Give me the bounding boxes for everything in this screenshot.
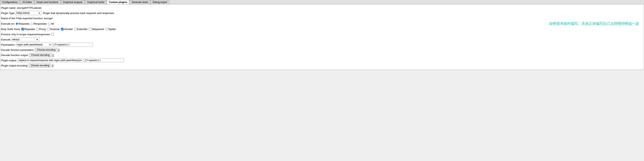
cb-repeater[interactable]: Repeater (21, 28, 35, 31)
plugin-type-label: Plugin Type (1, 12, 14, 15)
burp-tools-group: Repeater Proxy Scanner Intruder Extender… (21, 28, 116, 31)
plugin-output-encoding-row: Plugin output encoding: Choose encoding … (1, 63, 643, 68)
tab-debug-export[interactable]: Debug export (150, 0, 169, 4)
tab-generate-stubs[interactable]: Generate stubs (130, 0, 150, 4)
cb-extender-input[interactable] (74, 28, 77, 30)
plugin-output-encoding-btn[interactable]: Choose encoding (29, 63, 51, 67)
radio-all[interactable]: All (48, 22, 54, 25)
tab-bar: Configurations JS Editor Hooks and funct… (0, 0, 644, 5)
parameters-regex-input[interactable] (53, 43, 93, 47)
plugin-type-desc: Plugin that dynamically process each req… (43, 12, 114, 15)
tab-hooks-functions[interactable]: Hooks and functions (34, 0, 60, 4)
plugin-output-arrow-icon: ▼ (80, 59, 82, 61)
decode-output-row: Decode function output: Choose decoding … (1, 53, 643, 57)
parameters-arrow-icon: ▼ (49, 44, 51, 46)
encode-function-label: Encode function parameters: (1, 48, 34, 51)
radio-requests-label: Requests (18, 22, 30, 25)
cb-scanner-input[interactable] (47, 28, 50, 30)
burp-tools-label: Burp Suite Tools: (1, 28, 20, 31)
cb-extender-label: Extender (77, 28, 88, 31)
cb-scanner-label: Scanner (50, 28, 60, 31)
execute-value: always (12, 38, 20, 41)
plugin-type-arrow-icon: ▼ (38, 12, 40, 14)
execute-arrow-icon: ▼ (36, 38, 38, 41)
plugin-output-encoding-label: Plugin output encoding: (1, 64, 28, 67)
process-inscope-label: Process only in-scope requests/responses… (1, 33, 50, 36)
cb-sequencer-input[interactable] (89, 28, 91, 30)
cb-repeater-input[interactable] (21, 28, 24, 30)
plugin-output-select[interactable]: replace in request/response with regex (… (18, 58, 83, 62)
plugin-output-value: replace in request/response with regex (… (19, 59, 80, 62)
plugin-type-selected: IHttpListener (16, 12, 30, 14)
parameters-select[interactable]: regex (with parenthesis) ▼ (16, 43, 52, 47)
cb-intruder[interactable]: Intruder (61, 28, 73, 31)
process-inscope-checkbox[interactable] (51, 33, 54, 36)
plugin-output-regex-input[interactable] (84, 58, 124, 62)
tab-configurations[interactable]: Configurations (0, 0, 20, 4)
cb-proxy-input[interactable] (36, 28, 39, 30)
tab-js-editor[interactable]: JS Editor (20, 0, 34, 4)
parameters-value: regex (with parenthesis) (17, 43, 42, 46)
cb-proxy[interactable]: Proxy (36, 28, 46, 31)
chinese-annotation: 加密请求插件编写。具体正则编写自己去哔哩哔哩搞一波 (549, 21, 639, 26)
radio-responses[interactable]: Responses (31, 22, 47, 25)
radio-all-input[interactable] (48, 22, 50, 25)
tab-custom-plugins[interactable]: Custom plugins (107, 0, 130, 4)
plugin-name-row: Plugin name: encryptHTTPListener (1, 6, 643, 10)
decode-output-bracket: [] (52, 54, 54, 57)
execute-on-group: Requests Responses All (16, 22, 54, 25)
execute-on-row: Execute on: Requests Responses All 加密请求插… (1, 21, 643, 26)
radio-requests[interactable]: Requests (16, 22, 30, 25)
parameters-row: Parameters: regex (with parenthesis) ▼ (1, 42, 643, 47)
burp-tools-row: Burp Suite Tools: Repeater Proxy Scanner… (1, 27, 643, 31)
execute-select[interactable]: always ▼ (11, 37, 39, 41)
cb-scanner[interactable]: Scanner (47, 28, 60, 31)
execute-row: Execute always ▼ (1, 37, 643, 42)
cb-sequencer[interactable]: Sequencer (89, 28, 104, 31)
radio-responses-label: Responses (34, 22, 47, 25)
cb-intruder-label: Intruder (64, 28, 73, 31)
decode-output-label: Decode function output: (1, 54, 28, 57)
execute-label: Execute (1, 38, 10, 41)
cb-proxy-label: Proxy (39, 28, 46, 31)
parameters-label: Parameters: (1, 43, 15, 46)
radio-responses-input[interactable] (31, 22, 33, 25)
cb-spider[interactable]: Spider (106, 28, 116, 31)
process-inscope-row: Process only in-scope requests/responses… (1, 32, 643, 36)
cb-repeater-label: Repeater (24, 28, 35, 31)
tab-graphical-hooks[interactable]: Graphical hooks (85, 0, 107, 4)
frida-function-row: Name of the Frida exported function: enc… (1, 16, 643, 20)
frida-function-value: encrypt (44, 17, 52, 20)
cb-spider-input[interactable] (106, 28, 108, 30)
cb-intruder-input[interactable] (61, 28, 64, 30)
plugin-output-encoding-bracket: [] (52, 64, 53, 67)
cb-extender[interactable]: Extender (74, 28, 88, 31)
encode-function-row: Encode function parameters: Choose encod… (1, 48, 643, 52)
decode-output-btn[interactable]: Choose decoding (29, 53, 51, 57)
plugin-type-select[interactable]: IHttpListener ▼ (16, 11, 41, 15)
radio-requests-input[interactable] (16, 22, 18, 25)
encode-function-bracket: [] (58, 48, 60, 51)
main-content: Plugin name: encryptHTTPListener Plugin … (0, 5, 644, 70)
tab-graphical-analysis[interactable]: Graphical analysis (61, 0, 85, 4)
frida-function-label: Name of the Frida exported function: (1, 17, 43, 20)
plugin-output-label: Plugin output: (1, 59, 17, 62)
cb-sequencer-label: Sequencer (92, 28, 104, 31)
radio-all-label: All (51, 22, 54, 25)
cb-spider-label: Spider (108, 28, 116, 31)
execute-on-label: Execute on: (1, 22, 15, 25)
plugin-name-label: Plugin name: (1, 7, 16, 10)
plugin-type-row: Plugin Type IHttpListener ▼ Plugin that … (1, 11, 643, 15)
plugin-name-value: encryptHTTPListener (17, 7, 42, 10)
plugin-output-row: Plugin output: replace in request/respon… (1, 58, 643, 62)
encode-function-btn[interactable]: Choose encoding (35, 48, 57, 52)
